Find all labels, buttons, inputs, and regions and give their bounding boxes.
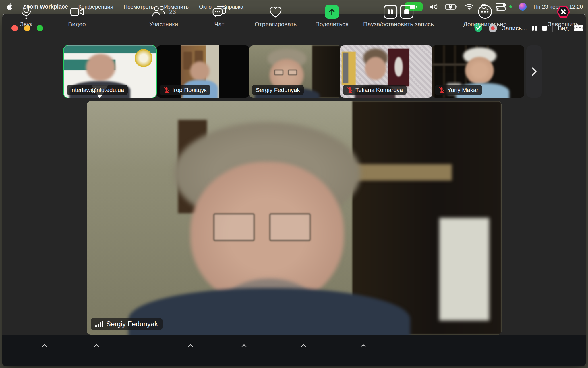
chevron-up-icon (188, 344, 194, 347)
shelf-highlight (352, 164, 452, 181)
fullscreen-window-button[interactable] (37, 25, 43, 31)
participant-name: interlaw@nlu.edu.ua (70, 87, 124, 93)
ellipsis-icon (478, 5, 492, 19)
react-label: Отреагировать (255, 21, 297, 28)
dark-furniture (312, 45, 342, 98)
muted-mic-icon (438, 87, 445, 93)
meeting-toolbar (2, 335, 586, 366)
audio-options-chevron[interactable] (41, 343, 48, 348)
chevron-up-icon (241, 344, 247, 347)
participants-button[interactable]: 23 Участники (149, 4, 178, 28)
green-status-dot (509, 5, 512, 8)
participants-count-badge: 23 (169, 8, 176, 15)
share-screen-button[interactable]: Поделиться (315, 4, 349, 28)
siri-icon[interactable] (519, 3, 527, 11)
apple-icon[interactable] (6, 3, 13, 11)
person-head (86, 54, 115, 81)
main-speaker-name: Sergiy Fedunyak (106, 320, 158, 328)
mic-icon (20, 4, 32, 20)
person-head (365, 57, 386, 80)
participant-name: Sergiy Fedunyak (256, 87, 300, 93)
participant-tile[interactable]: interlaw@nlu.edu.ua (64, 45, 156, 98)
end-meeting-button[interactable]: Завершить (548, 4, 579, 28)
chat-icon (212, 5, 227, 19)
camera-icon (69, 6, 84, 18)
battery-charging-icon[interactable] (445, 4, 458, 10)
chevron-up-icon (42, 344, 47, 347)
participant-name: Ігор Поліщук (172, 87, 207, 93)
end-x-hexagon-icon (556, 5, 570, 18)
more-button[interactable]: Дополнительно (463, 4, 506, 28)
participant-tile[interactable]: Sergiy Fedunyak (249, 45, 342, 98)
participant-name: Tetiana Komarova (355, 87, 403, 93)
glasses (274, 70, 283, 75)
participant-name-label: Yuriy Makar (435, 85, 482, 95)
main-speaker-video (87, 101, 502, 335)
react-options-chevron[interactable] (300, 343, 307, 348)
video-options-chevron[interactable] (93, 343, 100, 348)
chevron-up-icon (94, 344, 99, 347)
university-emblem (135, 49, 152, 67)
pause-recording-button[interactable] (532, 26, 537, 31)
close-window-button[interactable] (11, 25, 18, 31)
glasses (269, 213, 311, 241)
chevron-up-icon (301, 344, 306, 347)
participant-name-label: Sergiy Fedunyak (252, 85, 304, 95)
menu-window[interactable]: Окно (199, 4, 212, 10)
person-head (190, 61, 210, 81)
participants-options-chevron[interactable] (187, 343, 194, 348)
participant-name-label: Tetiana Komarova (343, 85, 407, 95)
glasses (288, 70, 297, 75)
poster-figure (343, 53, 348, 83)
participants-label: Участники (149, 21, 178, 28)
video-label: Видео (68, 21, 86, 28)
record-controls: Пауза/остановить запись (363, 4, 434, 28)
more-label: Дополнительно (463, 21, 506, 28)
next-participants-page-button[interactable] (526, 45, 542, 98)
muted-mic-icon (163, 87, 170, 93)
participant-tile[interactable]: Tetiana Komarova (340, 45, 432, 98)
record-label: Пауза/остановить запись (363, 21, 434, 28)
video-button[interactable]: Видео (68, 4, 86, 28)
screen: Zoom Workplace Конференция Посмотреть Из… (0, 0, 588, 368)
stop-record-button[interactable] (400, 5, 413, 19)
person-head (465, 57, 494, 84)
participant-name: Yuriy Makar (447, 87, 478, 93)
react-button[interactable]: Отреагировать (255, 4, 297, 28)
glasses (213, 213, 255, 241)
chevron-right-icon (530, 66, 538, 77)
signal-bars-icon (95, 321, 103, 327)
window-light (439, 218, 489, 321)
main-speaker-name-label: Sergiy Fedunyak (91, 318, 163, 330)
chevron-up-icon (360, 344, 366, 347)
participant-name-label: Ігор Поліщук (160, 85, 210, 95)
share-icon (325, 5, 339, 19)
end-label: Завершить (548, 21, 579, 28)
participant-name-label: interlaw@nlu.edu.ua (67, 85, 128, 95)
participant-tile[interactable]: Ігор Поліщук (157, 45, 249, 98)
share-options-chevron[interactable] (360, 343, 367, 348)
participants-icon (151, 5, 166, 18)
share-label: Поделиться (315, 21, 349, 28)
participant-tile[interactable]: Yuriy Makar (432, 45, 524, 98)
pause-record-button[interactable] (384, 5, 397, 19)
muted-mic-icon (347, 87, 353, 93)
audio-button[interactable]: Звук (20, 4, 32, 28)
audio-label: Звук (20, 21, 32, 28)
chat-button[interactable]: Чат (212, 4, 227, 28)
stop-recording-button[interactable] (542, 26, 547, 31)
heart-icon (268, 5, 283, 18)
chat-label: Чат (214, 21, 225, 28)
chat-options-chevron[interactable] (241, 343, 247, 348)
poster-figure (394, 57, 403, 77)
